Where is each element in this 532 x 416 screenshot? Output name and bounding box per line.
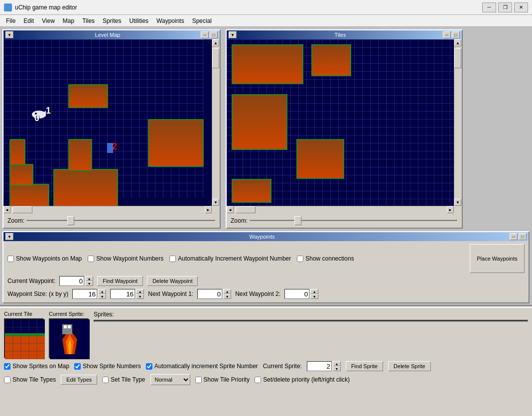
- show-tile-types-checkbox-label[interactable]: Show Tile Types: [4, 376, 56, 383]
- delete-waypoint-button[interactable]: Delete Waypoint: [147, 276, 198, 286]
- sprites-vscroll-down[interactable]: ▼: [520, 320, 527, 321]
- size-x-input[interactable]: [72, 289, 97, 299]
- show-tile-priority-checkbox[interactable]: [195, 377, 202, 383]
- menu-tiles[interactable]: Tiles: [78, 16, 99, 25]
- hscroll-thumb[interactable]: [12, 206, 32, 213]
- sprite-item-4[interactable]: [248, 321, 264, 322]
- show-waypoints-checkbox-label[interactable]: Show Waypoints on Map: [7, 255, 82, 262]
- menu-special[interactable]: Special: [188, 16, 216, 25]
- auto-increment-sprite-checkbox[interactable]: [146, 363, 152, 370]
- size-y-input[interactable]: [110, 289, 135, 299]
- show-numbers-checkbox-label[interactable]: Show Waypoint Numbers: [88, 255, 163, 262]
- size-x-down[interactable]: ▼: [98, 294, 106, 299]
- sprites-hscroll-left[interactable]: ◄: [95, 320, 102, 320]
- tiles-hscroll-thumb[interactable]: [236, 206, 256, 213]
- tiles-collapse-btn[interactable]: ▼: [229, 31, 237, 38]
- sprites-hscroll-right[interactable]: ►: [512, 320, 519, 320]
- waypoints-collapse-btn[interactable]: ▼: [5, 233, 13, 240]
- tiles-vscroll-down[interactable]: ▼: [454, 199, 461, 206]
- current-sprite-up[interactable]: ▲: [333, 361, 341, 366]
- level-map-viewport[interactable]: 1 0 2 ▲ ▼ ◄ ►: [3, 39, 220, 214]
- tiles-min-btn[interactable]: ─: [443, 31, 451, 38]
- level-map-min-btn[interactable]: ─: [201, 31, 209, 38]
- vscroll-up-btn[interactable]: ▲: [212, 39, 219, 46]
- tiles-hscroll-right[interactable]: ►: [447, 206, 454, 213]
- current-sprite-down[interactable]: ▼: [333, 366, 341, 371]
- next-wp1-down[interactable]: ▼: [223, 294, 231, 299]
- restore-button[interactable]: ❐: [498, 2, 512, 12]
- vscroll-thumb[interactable]: [212, 48, 219, 68]
- show-connections-checkbox[interactable]: [297, 256, 303, 262]
- next-wp1-up[interactable]: ▲: [223, 289, 231, 294]
- tile-type-dropdown[interactable]: Normal Solid Water Lava Ice: [150, 374, 190, 385]
- set-tile-type-checkbox-label[interactable]: Set Tile Type: [102, 376, 145, 383]
- auto-increment-checkbox[interactable]: [169, 256, 176, 262]
- edit-types-button[interactable]: Edit Types: [61, 375, 97, 385]
- next-wp2-down[interactable]: ▼: [310, 294, 318, 299]
- current-waypoint-up[interactable]: ▲: [85, 276, 93, 281]
- tiles-viewport[interactable]: ▲ ▼ ◄ ►: [227, 39, 462, 214]
- close-button[interactable]: ✕: [514, 2, 528, 12]
- show-tile-types-checkbox[interactable]: [4, 377, 10, 383]
- level-map-max-btn[interactable]: □: [210, 31, 218, 38]
- show-connections-checkbox-label[interactable]: Show connections: [297, 255, 354, 262]
- current-waypoint-down[interactable]: ▼: [85, 281, 93, 286]
- show-sprite-numbers-label[interactable]: Show Sprite Numbers: [74, 363, 141, 370]
- size-x-up[interactable]: ▲: [98, 289, 106, 294]
- menu-sprites[interactable]: Sprites: [99, 16, 125, 25]
- waypoints-max-btn[interactable]: □: [519, 233, 527, 240]
- level-map-vscroll[interactable]: ▲ ▼: [212, 39, 220, 206]
- next-wp1-input[interactable]: [197, 289, 222, 299]
- waypoints-min-btn[interactable]: ─: [510, 233, 518, 240]
- menu-edit[interactable]: Edit: [19, 16, 38, 25]
- show-sprites-checkbox[interactable]: [4, 363, 10, 370]
- show-numbers-checkbox[interactable]: [88, 256, 94, 262]
- menu-view[interactable]: View: [38, 16, 59, 25]
- tiles-vscroll[interactable]: ▲ ▼: [454, 39, 462, 206]
- delete-sprite-button[interactable]: Delete Sprite: [388, 361, 431, 371]
- level-map-hscroll[interactable]: ◄ ►: [3, 206, 212, 214]
- tiles-zoom-slider[interactable]: [250, 220, 458, 222]
- hscroll-right-btn[interactable]: ►: [205, 206, 212, 213]
- set-tile-type-checkbox[interactable]: [102, 377, 109, 383]
- menu-utilities[interactable]: Utilities: [125, 16, 152, 25]
- menu-waypoints[interactable]: Waypoints: [152, 16, 188, 25]
- show-waypoints-checkbox[interactable]: [7, 256, 14, 262]
- tiles-vscroll-up[interactable]: ▲: [454, 39, 461, 46]
- level-map-zoom-slider[interactable]: [26, 220, 216, 222]
- show-sprite-numbers-checkbox[interactable]: [74, 363, 81, 370]
- size-y-up[interactable]: ▲: [136, 289, 144, 294]
- show-tile-priority-checkbox-label[interactable]: Show Tile Priority: [195, 376, 250, 383]
- find-waypoint-button[interactable]: Find Waypoint: [97, 276, 143, 286]
- tiles-hscroll-left[interactable]: ◄: [227, 206, 234, 213]
- auto-increment-sprite-label[interactable]: Automatically increment Sprite Number: [146, 363, 258, 370]
- sprite-item-5[interactable]: [284, 321, 300, 322]
- tiles-vscroll-thumb[interactable]: [454, 48, 461, 68]
- sprite-item-2[interactable]: [176, 321, 192, 322]
- next-wp2-up[interactable]: ▲: [310, 289, 318, 294]
- menu-map[interactable]: Map: [59, 16, 78, 25]
- tiles-max-btn[interactable]: □: [452, 31, 460, 38]
- tiles-hscroll[interactable]: ◄ ►: [227, 206, 454, 214]
- find-sprite-button[interactable]: Find Sprite: [346, 361, 383, 371]
- sprite-item-0[interactable]: [105, 321, 121, 322]
- set-delete-priority-checkbox-label[interactable]: Set/delete priority (left/right click): [255, 376, 350, 383]
- current-waypoint-input[interactable]: [59, 276, 84, 286]
- auto-increment-checkbox-label[interactable]: Automatically Increment Waypoint Number: [169, 255, 291, 262]
- vscroll-down-btn[interactable]: ▼: [212, 199, 219, 206]
- sprite-item-1[interactable]: [140, 321, 156, 322]
- size-y-down[interactable]: ▼: [136, 294, 144, 299]
- menu-file[interactable]: File: [2, 16, 19, 25]
- sprite-item-3[interactable]: [212, 321, 228, 322]
- minimize-button[interactable]: ─: [482, 2, 496, 12]
- sprites-vscroll-up[interactable]: ▲: [520, 321, 527, 322]
- set-delete-priority-checkbox[interactable]: [255, 377, 261, 383]
- current-sprite-input[interactable]: [307, 361, 332, 371]
- next-wp2-input[interactable]: [284, 289, 309, 299]
- sprites-hscroll[interactable]: ◄ ►: [95, 320, 519, 321]
- sprites-strip-container[interactable]: ▲ ▼ ◄ ►: [94, 320, 528, 322]
- place-waypoints-button[interactable]: Place Waypoints: [470, 244, 525, 273]
- sprites-hscroll-thumb[interactable]: [103, 320, 133, 320]
- level-map-collapse-btn[interactable]: ▼: [5, 31, 13, 38]
- show-sprites-label[interactable]: Show Sprites on Map: [4, 363, 69, 370]
